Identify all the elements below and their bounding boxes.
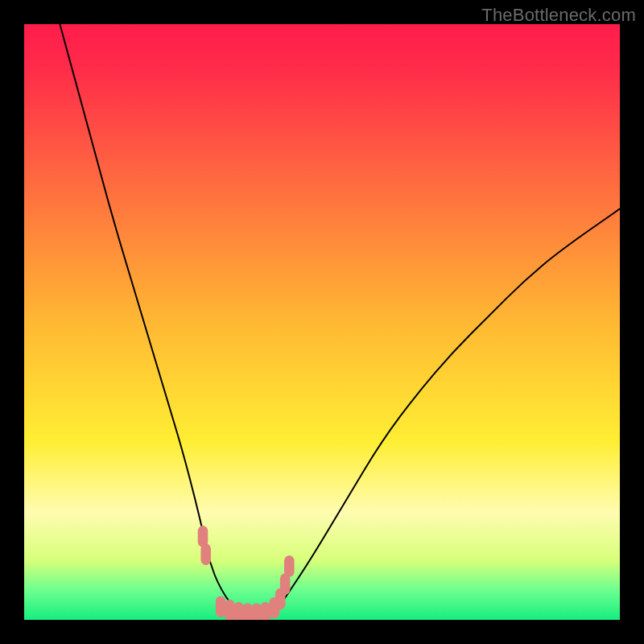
plot-area [24,24,620,620]
watermark-text: TheBottleneck.com [481,5,636,26]
chart-frame: TheBottleneck.com [0,0,644,644]
marker-point [225,600,235,620]
marker-point [233,602,244,620]
marker-point [260,602,270,620]
marker-point [216,596,226,617]
curve-layer [24,24,620,620]
marker-point [242,603,253,620]
marker-point [200,543,211,565]
marker-point [251,603,262,620]
marker-point [284,555,295,577]
marker-group [198,526,295,620]
bottleneck-curve [60,24,620,616]
